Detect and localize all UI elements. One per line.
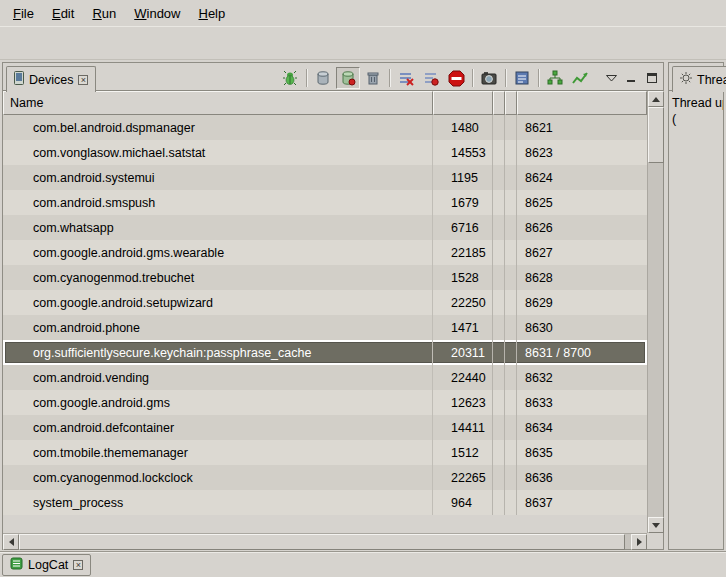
process-name-cell: com.vonglasow.michael.satstat xyxy=(3,140,433,165)
process-name-cell: com.google.android.setupwizard xyxy=(3,290,433,315)
dump-hprof-icon[interactable] xyxy=(336,67,360,89)
process-name-cell: system_process xyxy=(3,490,433,515)
capture-system-state-icon[interactable] xyxy=(510,67,534,89)
logcat-icon xyxy=(10,557,23,573)
vertical-scroll-thumb[interactable] xyxy=(648,107,664,163)
cause-gc-icon[interactable] xyxy=(361,67,385,89)
minimize-icon[interactable] xyxy=(622,69,641,87)
device-table-body: com.bel.android.dspmanager 1480 8621 com… xyxy=(3,115,647,533)
tab-devices[interactable]: Devices × xyxy=(6,66,96,92)
close-icon[interactable]: × xyxy=(73,560,83,570)
column-header-port[interactable] xyxy=(517,91,647,115)
empty-cell xyxy=(505,215,517,240)
port-cell: 8629 xyxy=(517,290,647,315)
device-row[interactable]: system_process 964 8637 xyxy=(3,490,647,515)
toolbar-separator xyxy=(538,69,539,87)
threads-message-line1: Thread up xyxy=(672,95,720,111)
horizontal-scroll-thumb[interactable] xyxy=(19,534,625,550)
empty-cell xyxy=(505,265,517,290)
empty-cell xyxy=(493,265,505,290)
device-row[interactable]: com.android.systemui 1195 8624 xyxy=(3,165,647,190)
toolbar-separator xyxy=(306,69,307,87)
menu-help[interactable]: Help xyxy=(189,2,234,25)
scroll-down-icon[interactable] xyxy=(648,517,664,533)
pid-cell: 14553 xyxy=(433,140,493,165)
device-row[interactable]: com.cyanogenmod.trebuchet 1528 8628 xyxy=(3,265,647,290)
pid-cell: 12623 xyxy=(433,390,493,415)
empty-cell xyxy=(493,240,505,265)
debug-process-icon[interactable] xyxy=(278,67,302,89)
process-name-cell: org.sufficientlysecure.keychain:passphra… xyxy=(3,340,433,365)
device-row[interactable]: com.google.android.gms 12623 8633 xyxy=(3,390,647,415)
empty-cell xyxy=(493,415,505,440)
process-name-cell: com.cyanogenmod.lockclock xyxy=(3,465,433,490)
port-cell: 8631 / 8700 xyxy=(517,340,647,365)
device-row[interactable]: com.whatsapp 6716 8626 xyxy=(3,215,647,240)
device-row[interactable]: com.tmobile.thememanager 1512 8635 xyxy=(3,440,647,465)
port-cell: 8624 xyxy=(517,165,647,190)
vertical-scrollbar[interactable] xyxy=(647,91,663,533)
column-header-4[interactable] xyxy=(505,91,517,115)
device-row[interactable]: com.android.phone 1471 8630 xyxy=(3,315,647,340)
update-threads-icon[interactable] xyxy=(394,67,418,89)
column-header-name[interactable]: Name xyxy=(3,91,433,115)
screen-capture-icon[interactable] xyxy=(477,67,501,89)
threads-message: Thread up ( xyxy=(669,91,723,549)
device-row[interactable]: com.android.smspush 1679 8625 xyxy=(3,190,647,215)
menu-edit[interactable]: Edit xyxy=(43,2,83,25)
scroll-up-icon[interactable] xyxy=(648,91,664,107)
toolbar-empty-area xyxy=(0,26,726,60)
empty-cell xyxy=(505,440,517,465)
tab-logcat[interactable]: LogCat × xyxy=(2,554,91,576)
pid-cell: 1480 xyxy=(433,115,493,140)
toolbar-separator xyxy=(389,69,390,87)
empty-cell xyxy=(505,415,517,440)
column-header-pid[interactable] xyxy=(433,91,493,115)
method-profiling-icon[interactable] xyxy=(419,67,443,89)
scroll-left-icon[interactable] xyxy=(3,534,19,550)
threads-message-line2: ( xyxy=(672,111,720,127)
systrace-icon[interactable] xyxy=(568,67,592,89)
hierarchy-view-icon[interactable] xyxy=(543,67,567,89)
close-icon[interactable]: × xyxy=(78,75,88,85)
empty-cell xyxy=(505,240,517,265)
device-table: Name com.bel.android.dspmanager 1480 862… xyxy=(3,91,663,549)
tab-threads[interactable]: Threads xyxy=(672,66,726,92)
stop-process-icon[interactable] xyxy=(444,67,468,89)
device-row[interactable]: org.sufficientlysecure.keychain:passphra… xyxy=(3,340,647,365)
device-row[interactable]: com.cyanogenmod.lockclock 22265 8636 xyxy=(3,465,647,490)
menu-run[interactable]: Run xyxy=(83,2,125,25)
device-row[interactable]: com.bel.android.dspmanager 1480 8621 xyxy=(3,115,647,140)
view-menu-icon[interactable] xyxy=(602,69,621,87)
device-table-header: Name xyxy=(3,91,647,115)
empty-cell xyxy=(505,365,517,390)
menu-window[interactable]: Window xyxy=(125,2,189,25)
device-row[interactable]: com.android.vending 22440 8632 xyxy=(3,365,647,390)
device-row[interactable]: com.google.android.gms.wearable 22185 86… xyxy=(3,240,647,265)
pid-cell: 22265 xyxy=(433,465,493,490)
empty-cell xyxy=(493,465,505,490)
tab-devices-label: Devices xyxy=(29,73,73,87)
port-cell: 8634 xyxy=(517,415,647,440)
empty-cell xyxy=(493,340,505,365)
process-name-cell: com.google.android.gms.wearable xyxy=(3,240,433,265)
menu-file[interactable]: File xyxy=(4,2,43,25)
empty-cell xyxy=(505,165,517,190)
process-name-cell: com.android.defcontainer xyxy=(3,415,433,440)
maximize-icon[interactable] xyxy=(642,69,661,87)
scroll-right-icon[interactable] xyxy=(631,534,647,550)
empty-cell xyxy=(505,340,517,365)
pid-cell: 22185 xyxy=(433,240,493,265)
show-heap-updates-icon[interactable] xyxy=(311,67,335,89)
process-name-cell: com.whatsapp xyxy=(3,215,433,240)
devices-panel: Devices × xyxy=(2,62,664,550)
device-row[interactable]: com.vonglasow.michael.satstat 14553 8623 xyxy=(3,140,647,165)
menu-bar: FileEditRunWindowHelp xyxy=(0,0,726,26)
column-header-3[interactable] xyxy=(493,91,505,115)
device-row[interactable]: com.android.defcontainer 14411 8634 xyxy=(3,415,647,440)
empty-cell xyxy=(493,190,505,215)
device-row[interactable]: com.google.android.setupwizard 22250 862… xyxy=(3,290,647,315)
empty-cell xyxy=(505,190,517,215)
pid-cell: 22250 xyxy=(433,290,493,315)
horizontal-scrollbar[interactable] xyxy=(3,533,647,549)
